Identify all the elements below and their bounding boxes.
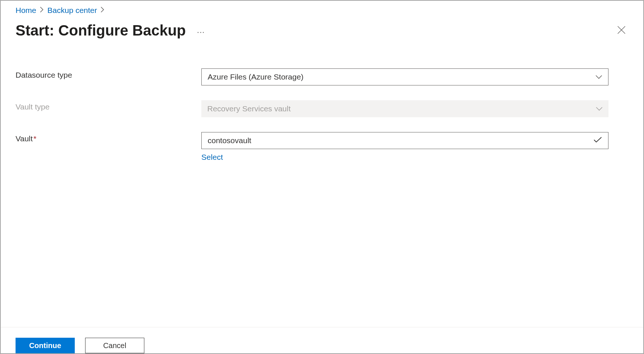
breadcrumb: Home Backup center xyxy=(16,6,628,15)
datasource-type-value: Azure Files (Azure Storage) xyxy=(208,73,303,81)
vault-type-select: Recovery Services vault xyxy=(201,100,608,117)
form-row-vault-type: Vault type Recovery Services vault xyxy=(16,100,628,117)
continue-button[interactable]: Continue xyxy=(16,338,75,353)
form-row-datasource-type: Datasource type Azure Files (Azure Stora… xyxy=(16,68,628,85)
cancel-button[interactable]: Cancel xyxy=(85,338,144,353)
vault-select-link[interactable]: Select xyxy=(201,153,223,162)
close-icon xyxy=(617,26,625,34)
more-actions-icon[interactable]: ··· xyxy=(197,24,205,37)
chevron-down-icon xyxy=(596,105,603,112)
footer-bar: Continue Cancel xyxy=(1,327,643,353)
vault-type-value: Recovery Services vault xyxy=(207,104,291,113)
chevron-down-icon xyxy=(596,74,602,80)
datasource-type-label: Datasource type xyxy=(16,68,201,80)
datasource-type-select[interactable]: Azure Files (Azure Storage) xyxy=(201,68,608,85)
breadcrumb-backup-center[interactable]: Backup center xyxy=(47,6,97,15)
chevron-right-icon xyxy=(98,7,107,14)
form-row-vault: Vault* contosovault Select xyxy=(16,132,628,162)
vault-label: Vault* xyxy=(16,132,201,143)
checkmark-icon xyxy=(593,136,602,145)
title-row: Start: Configure Backup ··· xyxy=(16,22,628,39)
vault-select[interactable]: contosovault xyxy=(201,132,608,149)
vault-type-label: Vault type xyxy=(16,100,201,111)
required-indicator: * xyxy=(33,134,36,143)
page-title: Start: Configure Backup xyxy=(16,22,186,39)
chevron-right-icon xyxy=(38,7,46,14)
vault-value: contosovault xyxy=(208,136,251,145)
breadcrumb-home[interactable]: Home xyxy=(16,6,36,15)
close-button[interactable] xyxy=(616,24,627,37)
